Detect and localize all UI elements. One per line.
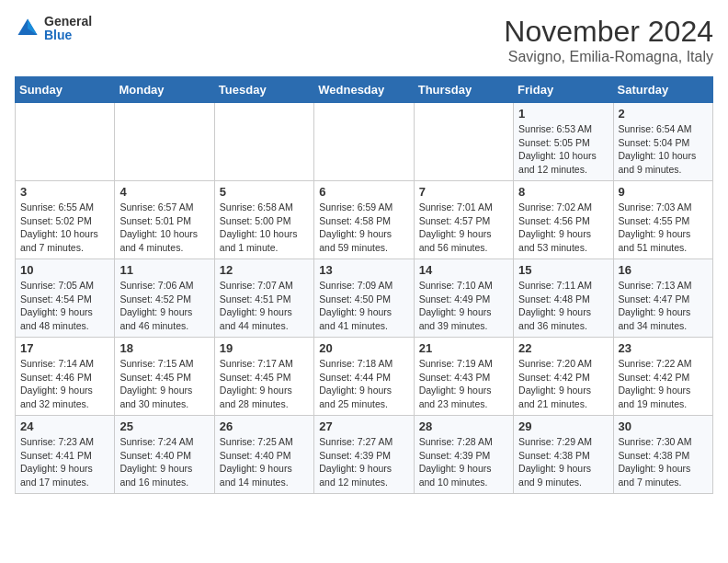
calendar-cell [16, 103, 115, 181]
day-info: Sunrise: 7:10 AM Sunset: 4:49 PM Dayligh… [419, 279, 508, 333]
day-number: 15 [518, 263, 608, 277]
weekday-header-wednesday: Wednesday [314, 77, 414, 103]
day-number: 22 [518, 341, 608, 355]
day-number: 21 [419, 341, 508, 355]
day-info: Sunrise: 6:53 AM Sunset: 5:05 PM Dayligh… [518, 122, 608, 177]
day-info: Sunrise: 6:54 AM Sunset: 5:04 PM Dayligh… [619, 122, 708, 177]
day-info: Sunrise: 7:29 AM Sunset: 4:38 PM Dayligh… [518, 435, 608, 489]
day-number: 19 [220, 341, 309, 355]
day-info: Sunrise: 7:03 AM Sunset: 4:55 PM Dayligh… [619, 201, 708, 255]
calendar-cell: 1Sunrise: 6:53 AM Sunset: 5:05 PM Daylig… [514, 103, 613, 181]
day-info: Sunrise: 6:57 AM Sunset: 5:01 PM Dayligh… [119, 201, 209, 255]
weekday-header-saturday: Saturday [613, 77, 712, 103]
day-number: 20 [319, 341, 408, 355]
logo-text: General Blue [44, 15, 92, 43]
location-title: Savigno, Emilia-Romagna, Italy [504, 49, 713, 65]
day-info: Sunrise: 7:09 AM Sunset: 4:50 PM Dayligh… [319, 279, 408, 333]
day-number: 2 [619, 107, 708, 121]
logo: General Blue [15, 15, 92, 43]
calendar-cell: 16Sunrise: 7:13 AM Sunset: 4:47 PM Dayli… [613, 259, 712, 338]
calendar-cell: 20Sunrise: 7:18 AM Sunset: 4:44 PM Dayli… [314, 338, 414, 416]
day-info: Sunrise: 7:24 AM Sunset: 4:40 PM Dayligh… [119, 435, 209, 489]
day-number: 6 [319, 185, 408, 199]
day-info: Sunrise: 7:13 AM Sunset: 4:47 PM Dayligh… [619, 279, 708, 333]
calendar-cell: 3Sunrise: 6:55 AM Sunset: 5:02 PM Daylig… [16, 181, 115, 259]
day-number: 30 [619, 419, 708, 433]
logo-general-text: General [44, 15, 92, 29]
day-info: Sunrise: 7:15 AM Sunset: 4:45 PM Dayligh… [119, 357, 209, 411]
day-number: 13 [319, 263, 408, 277]
calendar-cell [115, 103, 214, 181]
calendar-cell: 9Sunrise: 7:03 AM Sunset: 4:55 PM Daylig… [613, 181, 712, 259]
day-info: Sunrise: 7:06 AM Sunset: 4:52 PM Dayligh… [119, 279, 209, 333]
weekday-header-sunday: Sunday [16, 77, 115, 103]
calendar-cell [414, 103, 513, 181]
day-number: 24 [20, 419, 109, 433]
calendar-cell: 6Sunrise: 6:59 AM Sunset: 4:58 PM Daylig… [314, 181, 414, 259]
day-number: 3 [20, 185, 109, 199]
calendar-cell: 24Sunrise: 7:23 AM Sunset: 4:41 PM Dayli… [16, 416, 115, 494]
calendar-cell: 30Sunrise: 7:30 AM Sunset: 4:38 PM Dayli… [613, 416, 712, 494]
day-info: Sunrise: 7:23 AM Sunset: 4:41 PM Dayligh… [20, 435, 109, 489]
calendar-cell: 12Sunrise: 7:07 AM Sunset: 4:51 PM Dayli… [214, 259, 313, 338]
logo-blue-text: Blue [44, 29, 92, 42]
day-info: Sunrise: 7:07 AM Sunset: 4:51 PM Dayligh… [220, 279, 309, 333]
day-info: Sunrise: 7:28 AM Sunset: 4:39 PM Dayligh… [419, 435, 508, 489]
day-info: Sunrise: 7:11 AM Sunset: 4:48 PM Dayligh… [518, 279, 608, 333]
day-info: Sunrise: 7:02 AM Sunset: 4:56 PM Dayligh… [518, 201, 608, 255]
weekday-header-row: SundayMondayTuesdayWednesdayThursdayFrid… [16, 77, 713, 103]
calendar-cell: 18Sunrise: 7:15 AM Sunset: 4:45 PM Dayli… [115, 338, 214, 416]
week-row-5: 24Sunrise: 7:23 AM Sunset: 4:41 PM Dayli… [16, 416, 713, 494]
day-info: Sunrise: 6:59 AM Sunset: 4:58 PM Dayligh… [319, 201, 408, 255]
calendar-cell [214, 103, 313, 181]
calendar-cell: 5Sunrise: 6:58 AM Sunset: 5:00 PM Daylig… [214, 181, 313, 259]
weekday-header-friday: Friday [514, 77, 613, 103]
calendar-cell: 25Sunrise: 7:24 AM Sunset: 4:40 PM Dayli… [115, 416, 214, 494]
calendar-cell: 23Sunrise: 7:22 AM Sunset: 4:42 PM Dayli… [613, 338, 712, 416]
day-number: 27 [319, 419, 408, 433]
day-number: 23 [619, 341, 708, 355]
day-info: Sunrise: 7:30 AM Sunset: 4:38 PM Dayligh… [619, 435, 708, 489]
calendar-cell: 11Sunrise: 7:06 AM Sunset: 4:52 PM Dayli… [115, 259, 214, 338]
calendar-cell: 10Sunrise: 7:05 AM Sunset: 4:54 PM Dayli… [16, 259, 115, 338]
day-number: 29 [518, 419, 608, 433]
day-number: 18 [119, 341, 209, 355]
day-number: 9 [619, 185, 708, 199]
calendar-cell: 27Sunrise: 7:27 AM Sunset: 4:39 PM Dayli… [314, 416, 414, 494]
day-number: 14 [419, 263, 508, 277]
calendar-cell: 15Sunrise: 7:11 AM Sunset: 4:48 PM Dayli… [514, 259, 613, 338]
day-info: Sunrise: 7:17 AM Sunset: 4:45 PM Dayligh… [220, 357, 309, 411]
week-row-4: 17Sunrise: 7:14 AM Sunset: 4:46 PM Dayli… [16, 338, 713, 416]
day-info: Sunrise: 7:27 AM Sunset: 4:39 PM Dayligh… [319, 435, 408, 489]
calendar-cell: 28Sunrise: 7:28 AM Sunset: 4:39 PM Dayli… [414, 416, 513, 494]
calendar-table: SundayMondayTuesdayWednesdayThursdayFrid… [15, 76, 713, 494]
calendar-cell: 13Sunrise: 7:09 AM Sunset: 4:50 PM Dayli… [314, 259, 414, 338]
day-info: Sunrise: 7:22 AM Sunset: 4:42 PM Dayligh… [619, 357, 708, 411]
day-info: Sunrise: 7:05 AM Sunset: 4:54 PM Dayligh… [20, 279, 109, 333]
calendar-cell: 2Sunrise: 6:54 AM Sunset: 5:04 PM Daylig… [613, 103, 712, 181]
day-info: Sunrise: 7:18 AM Sunset: 4:44 PM Dayligh… [319, 357, 408, 411]
day-number: 25 [119, 419, 209, 433]
day-info: Sunrise: 7:01 AM Sunset: 4:57 PM Dayligh… [419, 201, 508, 255]
calendar-cell: 7Sunrise: 7:01 AM Sunset: 4:57 PM Daylig… [414, 181, 513, 259]
day-number: 26 [220, 419, 309, 433]
week-row-1: 1Sunrise: 6:53 AM Sunset: 5:05 PM Daylig… [16, 103, 713, 181]
calendar-cell: 21Sunrise: 7:19 AM Sunset: 4:43 PM Dayli… [414, 338, 513, 416]
day-number: 17 [20, 341, 109, 355]
header: General Blue November 2024 Savigno, Emil… [15, 15, 713, 65]
day-number: 5 [220, 185, 309, 199]
calendar-cell: 4Sunrise: 6:57 AM Sunset: 5:01 PM Daylig… [115, 181, 214, 259]
week-row-3: 10Sunrise: 7:05 AM Sunset: 4:54 PM Dayli… [16, 259, 713, 338]
month-title: November 2024 [504, 15, 713, 49]
day-info: Sunrise: 6:58 AM Sunset: 5:00 PM Dayligh… [220, 201, 309, 255]
day-number: 16 [619, 263, 708, 277]
day-info: Sunrise: 7:25 AM Sunset: 4:40 PM Dayligh… [220, 435, 309, 489]
day-info: Sunrise: 7:20 AM Sunset: 4:42 PM Dayligh… [518, 357, 608, 411]
day-number: 4 [119, 185, 209, 199]
calendar-cell: 14Sunrise: 7:10 AM Sunset: 4:49 PM Dayli… [414, 259, 513, 338]
day-number: 8 [518, 185, 608, 199]
week-row-2: 3Sunrise: 6:55 AM Sunset: 5:02 PM Daylig… [16, 181, 713, 259]
day-info: Sunrise: 7:14 AM Sunset: 4:46 PM Dayligh… [20, 357, 109, 411]
day-number: 11 [119, 263, 209, 277]
logo-icon [15, 16, 40, 41]
